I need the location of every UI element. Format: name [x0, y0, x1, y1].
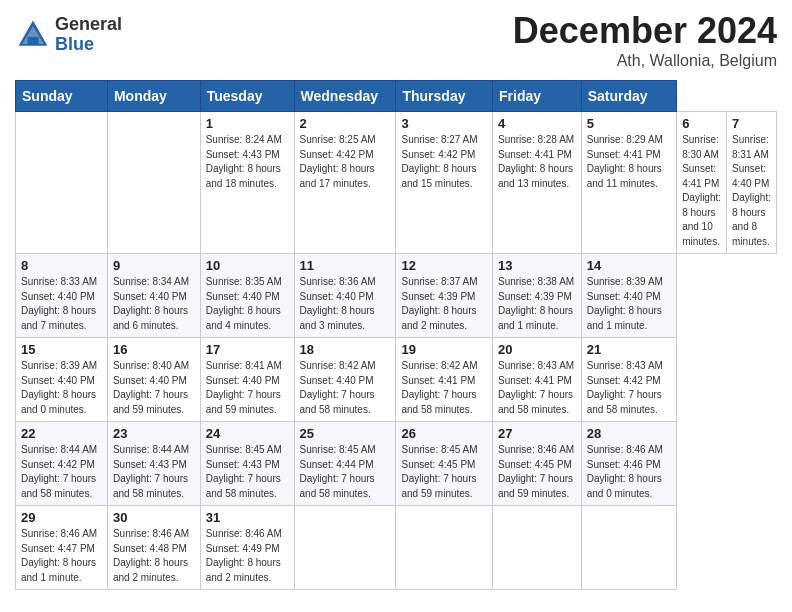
day-number: 22: [21, 426, 102, 441]
day-info: Sunrise: 8:31 AMSunset: 4:40 PMDaylight:…: [732, 133, 771, 249]
calendar-cell: 12Sunrise: 8:37 AMSunset: 4:39 PMDayligh…: [396, 254, 493, 338]
day-info: Sunrise: 8:39 AMSunset: 4:40 PMDaylight:…: [21, 359, 102, 417]
calendar-cell: 9Sunrise: 8:34 AMSunset: 4:40 PMDaylight…: [107, 254, 200, 338]
day-number: 31: [206, 510, 289, 525]
day-info: Sunrise: 8:46 AMSunset: 4:46 PMDaylight:…: [587, 443, 671, 501]
day-number: 6: [682, 116, 721, 131]
calendar-cell: 21Sunrise: 8:43 AMSunset: 4:42 PMDayligh…: [581, 338, 676, 422]
day-info: Sunrise: 8:46 AMSunset: 4:47 PMDaylight:…: [21, 527, 102, 585]
day-info: Sunrise: 8:44 AMSunset: 4:43 PMDaylight:…: [113, 443, 195, 501]
day-number: 15: [21, 342, 102, 357]
day-number: 25: [300, 426, 391, 441]
calendar-cell: 8Sunrise: 8:33 AMSunset: 4:40 PMDaylight…: [16, 254, 108, 338]
day-info: Sunrise: 8:45 AMSunset: 4:45 PMDaylight:…: [401, 443, 487, 501]
day-number: 20: [498, 342, 576, 357]
calendar-day-header: Tuesday: [200, 81, 294, 112]
calendar-cell: 14Sunrise: 8:39 AMSunset: 4:40 PMDayligh…: [581, 254, 676, 338]
calendar-day-header: Saturday: [581, 81, 676, 112]
day-info: Sunrise: 8:34 AMSunset: 4:40 PMDaylight:…: [113, 275, 195, 333]
day-number: 7: [732, 116, 771, 131]
calendar-day-header: Monday: [107, 81, 200, 112]
calendar-cell: [396, 506, 493, 590]
day-info: Sunrise: 8:39 AMSunset: 4:40 PMDaylight:…: [587, 275, 671, 333]
day-number: 18: [300, 342, 391, 357]
calendar-cell: 19Sunrise: 8:42 AMSunset: 4:41 PMDayligh…: [396, 338, 493, 422]
calendar-cell: 25Sunrise: 8:45 AMSunset: 4:44 PMDayligh…: [294, 422, 396, 506]
calendar-day-header: Wednesday: [294, 81, 396, 112]
logo-general: General: [55, 15, 122, 35]
calendar-day-header: Thursday: [396, 81, 493, 112]
page: General Blue December 2024 Ath, Wallonia…: [0, 0, 792, 605]
calendar-cell: 29Sunrise: 8:46 AMSunset: 4:47 PMDayligh…: [16, 506, 108, 590]
calendar-header-row: SundayMondayTuesdayWednesdayThursdayFrid…: [16, 81, 777, 112]
day-number: 5: [587, 116, 671, 131]
day-number: 13: [498, 258, 576, 273]
calendar-week-row: 8Sunrise: 8:33 AMSunset: 4:40 PMDaylight…: [16, 254, 777, 338]
calendar-week-row: 15Sunrise: 8:39 AMSunset: 4:40 PMDayligh…: [16, 338, 777, 422]
calendar-cell: 2Sunrise: 8:25 AMSunset: 4:42 PMDaylight…: [294, 112, 396, 254]
calendar-cell: [581, 506, 676, 590]
calendar-week-row: 1Sunrise: 8:24 AMSunset: 4:43 PMDaylight…: [16, 112, 777, 254]
calendar-cell: 18Sunrise: 8:42 AMSunset: 4:40 PMDayligh…: [294, 338, 396, 422]
day-info: Sunrise: 8:46 AMSunset: 4:49 PMDaylight:…: [206, 527, 289, 585]
calendar-cell: 22Sunrise: 8:44 AMSunset: 4:42 PMDayligh…: [16, 422, 108, 506]
day-number: 24: [206, 426, 289, 441]
day-info: Sunrise: 8:24 AMSunset: 4:43 PMDaylight:…: [206, 133, 289, 191]
calendar-cell: 28Sunrise: 8:46 AMSunset: 4:46 PMDayligh…: [581, 422, 676, 506]
day-info: Sunrise: 8:40 AMSunset: 4:40 PMDaylight:…: [113, 359, 195, 417]
calendar-cell: 6Sunrise: 8:30 AMSunset: 4:41 PMDaylight…: [677, 112, 727, 254]
calendar-cell: 3Sunrise: 8:27 AMSunset: 4:42 PMDaylight…: [396, 112, 493, 254]
day-number: 11: [300, 258, 391, 273]
day-number: 19: [401, 342, 487, 357]
calendar-cell: 20Sunrise: 8:43 AMSunset: 4:41 PMDayligh…: [493, 338, 582, 422]
calendar-cell: 17Sunrise: 8:41 AMSunset: 4:40 PMDayligh…: [200, 338, 294, 422]
calendar-cell: 10Sunrise: 8:35 AMSunset: 4:40 PMDayligh…: [200, 254, 294, 338]
calendar-cell: 7Sunrise: 8:31 AMSunset: 4:40 PMDaylight…: [727, 112, 777, 254]
day-info: Sunrise: 8:46 AMSunset: 4:45 PMDaylight:…: [498, 443, 576, 501]
day-number: 1: [206, 116, 289, 131]
day-number: 30: [113, 510, 195, 525]
day-info: Sunrise: 8:27 AMSunset: 4:42 PMDaylight:…: [401, 133, 487, 191]
month-title: December 2024: [513, 10, 777, 52]
calendar-cell: 23Sunrise: 8:44 AMSunset: 4:43 PMDayligh…: [107, 422, 200, 506]
day-number: 21: [587, 342, 671, 357]
calendar-cell: 4Sunrise: 8:28 AMSunset: 4:41 PMDaylight…: [493, 112, 582, 254]
day-number: 14: [587, 258, 671, 273]
day-info: Sunrise: 8:42 AMSunset: 4:40 PMDaylight:…: [300, 359, 391, 417]
day-info: Sunrise: 8:30 AMSunset: 4:41 PMDaylight:…: [682, 133, 721, 249]
day-info: Sunrise: 8:44 AMSunset: 4:42 PMDaylight:…: [21, 443, 102, 501]
day-info: Sunrise: 8:38 AMSunset: 4:39 PMDaylight:…: [498, 275, 576, 333]
header: General Blue December 2024 Ath, Wallonia…: [15, 10, 777, 70]
day-number: 12: [401, 258, 487, 273]
calendar-day-header: Sunday: [16, 81, 108, 112]
svg-rect-2: [28, 37, 39, 44]
day-number: 29: [21, 510, 102, 525]
calendar-table: SundayMondayTuesdayWednesdayThursdayFrid…: [15, 80, 777, 590]
calendar-cell: 24Sunrise: 8:45 AMSunset: 4:43 PMDayligh…: [200, 422, 294, 506]
day-number: 28: [587, 426, 671, 441]
calendar-cell: 1Sunrise: 8:24 AMSunset: 4:43 PMDaylight…: [200, 112, 294, 254]
day-info: Sunrise: 8:28 AMSunset: 4:41 PMDaylight:…: [498, 133, 576, 191]
day-info: Sunrise: 8:42 AMSunset: 4:41 PMDaylight:…: [401, 359, 487, 417]
day-number: 2: [300, 116, 391, 131]
calendar-cell: [107, 112, 200, 254]
calendar-week-row: 29Sunrise: 8:46 AMSunset: 4:47 PMDayligh…: [16, 506, 777, 590]
calendar-cell: 16Sunrise: 8:40 AMSunset: 4:40 PMDayligh…: [107, 338, 200, 422]
day-info: Sunrise: 8:36 AMSunset: 4:40 PMDaylight:…: [300, 275, 391, 333]
calendar-cell: 11Sunrise: 8:36 AMSunset: 4:40 PMDayligh…: [294, 254, 396, 338]
logo-text: General Blue: [55, 15, 122, 55]
logo-blue: Blue: [55, 35, 122, 55]
day-number: 4: [498, 116, 576, 131]
day-number: 27: [498, 426, 576, 441]
title-block: December 2024 Ath, Wallonia, Belgium: [513, 10, 777, 70]
day-info: Sunrise: 8:35 AMSunset: 4:40 PMDaylight:…: [206, 275, 289, 333]
day-number: 26: [401, 426, 487, 441]
calendar-cell: 30Sunrise: 8:46 AMSunset: 4:48 PMDayligh…: [107, 506, 200, 590]
calendar-cell: 13Sunrise: 8:38 AMSunset: 4:39 PMDayligh…: [493, 254, 582, 338]
calendar-cell: 5Sunrise: 8:29 AMSunset: 4:41 PMDaylight…: [581, 112, 676, 254]
calendar-day-header: Friday: [493, 81, 582, 112]
day-info: Sunrise: 8:43 AMSunset: 4:41 PMDaylight:…: [498, 359, 576, 417]
day-info: Sunrise: 8:46 AMSunset: 4:48 PMDaylight:…: [113, 527, 195, 585]
day-info: Sunrise: 8:43 AMSunset: 4:42 PMDaylight:…: [587, 359, 671, 417]
calendar-cell: [493, 506, 582, 590]
